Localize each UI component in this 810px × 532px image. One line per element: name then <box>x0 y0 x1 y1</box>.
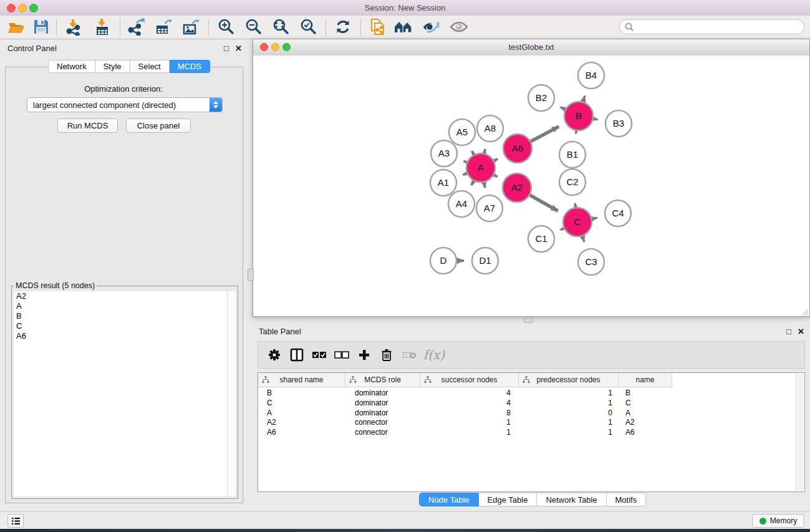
refresh-button[interactable] <box>332 17 354 37</box>
table-row[interactable]: A6 connector 1 1 A6 <box>258 428 672 438</box>
table-row[interactable]: A2 connector 1 1 A2 <box>258 418 672 428</box>
column-header-shared-name[interactable]: shared name <box>258 373 345 387</box>
deselect-all-button[interactable] <box>330 344 353 366</box>
cell-name[interactable]: A <box>625 409 630 418</box>
search-input[interactable] <box>637 21 804 33</box>
mcds-result-list[interactable]: A2 A B C A6 <box>14 291 228 496</box>
float-panel-button[interactable]: □ <box>224 44 229 53</box>
table-scrollbar[interactable] <box>796 374 804 491</box>
graph-edge[interactable] <box>530 195 558 211</box>
cell-mcds-role[interactable]: dominator <box>355 409 388 418</box>
table-row[interactable]: C dominator 4 1 C <box>258 399 672 409</box>
table-row[interactable]: A dominator 8 0 A <box>258 409 672 418</box>
zoom-fit-button[interactable] <box>269 17 292 37</box>
list-item[interactable]: A <box>14 301 228 311</box>
graph-edge[interactable] <box>531 127 559 142</box>
close-panel-action-button[interactable]: Close panel <box>126 118 191 133</box>
tab-select[interactable]: Select <box>130 60 170 73</box>
zoom-network-button[interactable] <box>282 43 291 51</box>
cell-predecessor-nodes[interactable]: 1 <box>519 428 612 438</box>
cell-name[interactable]: C <box>625 399 631 409</box>
window-resize-grip[interactable] <box>801 307 809 316</box>
graph-edge[interactable] <box>583 95 585 102</box>
cell-name[interactable]: A2 <box>625 418 635 428</box>
cell-successor-nodes[interactable]: 1 <box>420 428 511 438</box>
cell-mcds-role[interactable]: connector <box>355 418 388 428</box>
column-header-mcds-role[interactable]: MCDS role <box>345 373 420 387</box>
select-all-button[interactable] <box>308 344 330 366</box>
memory-button[interactable]: Memory <box>752 514 804 528</box>
close-panel-button[interactable]: ✕ <box>235 44 242 53</box>
delete-table-button[interactable] <box>398 344 420 366</box>
network-canvas[interactable]: B4B2BB3A8A5A6B1A3AC2A1A2A4A7C4CC1C3DD1 <box>253 56 809 316</box>
delete-row-button[interactable] <box>375 344 398 366</box>
table-settings-button[interactable] <box>263 344 286 366</box>
tab-motifs[interactable]: Motifs <box>607 493 647 506</box>
graph-edge[interactable] <box>471 181 474 185</box>
show-column-button[interactable] <box>286 344 308 366</box>
cell-shared-name[interactable]: A2 <box>267 418 276 428</box>
graph-edge[interactable] <box>484 182 485 187</box>
graph-edge[interactable] <box>485 149 486 153</box>
cell-predecessor-nodes[interactable]: 1 <box>519 418 612 428</box>
list-item[interactable]: A2 <box>14 291 228 301</box>
tab-mcds[interactable]: MCDS <box>170 60 210 73</box>
show-details-button[interactable] <box>448 17 470 37</box>
float-table-panel-button[interactable]: □ <box>786 327 791 336</box>
graph-edge[interactable] <box>472 151 474 155</box>
cell-mcds-role[interactable]: dominator <box>355 389 388 399</box>
tab-network[interactable]: Network <box>48 60 95 73</box>
graph-edge[interactable] <box>561 228 564 230</box>
export-network-button[interactable] <box>125 17 147 37</box>
import-table-button[interactable] <box>91 17 113 37</box>
table-row[interactable]: B dominator 4 1 B <box>258 389 672 399</box>
vertical-splitter-handle[interactable] <box>248 269 254 281</box>
tab-style[interactable]: Style <box>95 60 130 73</box>
cell-shared-name[interactable]: A <box>267 409 272 418</box>
cell-mcds-role[interactable]: connector <box>355 428 388 438</box>
import-network-button[interactable] <box>62 17 85 37</box>
cell-predecessor-nodes[interactable]: 1 <box>519 399 612 409</box>
cell-name[interactable]: B <box>625 389 630 399</box>
cell-predecessor-nodes[interactable]: 1 <box>519 389 612 399</box>
task-history-button[interactable] <box>7 514 24 528</box>
close-table-panel-button[interactable]: ✕ <box>798 327 804 336</box>
graph-edge[interactable] <box>494 159 498 161</box>
list-item[interactable]: B <box>14 311 228 321</box>
tab-network-table[interactable]: Network Table <box>537 493 606 506</box>
clone-network-button[interactable] <box>367 17 389 37</box>
network-graph[interactable]: B4B2BB3A8A5A6B1A3AC2A1A2A4A7C4CC1C3DD1 <box>253 56 809 316</box>
search-box[interactable] <box>619 19 804 34</box>
zoom-in-button[interactable] <box>215 17 237 37</box>
graph-edge[interactable] <box>561 107 566 110</box>
zoom-selected-button[interactable] <box>297 17 319 37</box>
minimize-network-button[interactable] <box>271 43 279 51</box>
zoom-out-button[interactable] <box>242 17 264 37</box>
tab-edge-table[interactable]: Edge Table <box>479 493 538 506</box>
add-row-button[interactable] <box>353 344 375 366</box>
open-session-button[interactable] <box>5 17 27 37</box>
export-table-button[interactable] <box>152 17 175 37</box>
cell-name[interactable]: A6 <box>625 428 635 438</box>
cell-successor-nodes[interactable]: 8 <box>420 409 511 418</box>
cell-shared-name[interactable]: B <box>267 389 272 399</box>
minimize-window-button[interactable] <box>18 4 27 12</box>
column-header-predecessor-nodes[interactable]: predecessor nodes <box>519 373 619 387</box>
graph-edge[interactable] <box>594 118 598 119</box>
graph-edge[interactable] <box>582 236 584 242</box>
hide-details-button[interactable] <box>420 17 443 37</box>
graph-edge[interactable] <box>463 173 467 175</box>
graph-edge[interactable] <box>576 131 576 134</box>
close-network-button[interactable] <box>260 43 268 51</box>
criterion-dropdown[interactable]: largest connected component (directed) <box>27 97 223 112</box>
graph-edge[interactable] <box>575 203 576 207</box>
cell-successor-nodes[interactable]: 4 <box>420 389 511 399</box>
close-window-button[interactable] <box>7 4 16 12</box>
save-session-button[interactable] <box>30 17 52 37</box>
column-header-name[interactable]: name <box>619 373 672 387</box>
graph-edge[interactable] <box>464 161 467 162</box>
tab-node-table[interactable]: Node Table <box>419 493 479 506</box>
cell-mcds-role[interactable]: dominator <box>355 399 388 409</box>
column-header-successor-nodes[interactable]: successor nodes <box>420 373 519 387</box>
horizontal-splitter-handle[interactable] <box>524 318 533 323</box>
